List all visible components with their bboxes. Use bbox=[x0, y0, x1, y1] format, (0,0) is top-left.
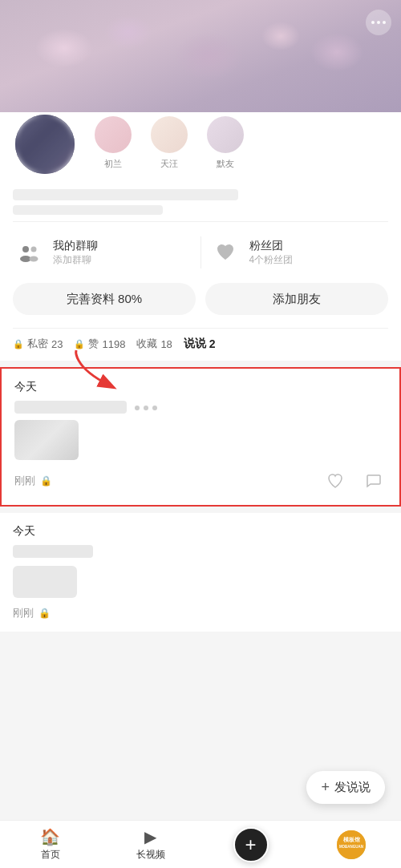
post-content-row-2 bbox=[13, 545, 388, 598]
stat-posts-value: 2 bbox=[209, 337, 216, 350]
user-avatar[interactable] bbox=[13, 112, 77, 176]
post-text-blurred bbox=[14, 401, 127, 414]
stat-favorites-value: 18 bbox=[160, 338, 172, 350]
stat-favorites[interactable]: 收藏 18 bbox=[136, 337, 183, 351]
post-card-normal: 今天 刚刚 🔒 bbox=[0, 513, 401, 632]
post-image-blurred bbox=[14, 420, 79, 460]
svg-text:MOBANGUAN: MOBANGUAN bbox=[338, 845, 363, 849]
red-arrow bbox=[64, 346, 136, 394]
section-divider bbox=[200, 236, 201, 268]
more-dots-icon bbox=[371, 21, 386, 24]
avatar-blur-overlay bbox=[15, 115, 75, 174]
fans-team-item[interactable]: 粉丝团 4个粉丝团 bbox=[209, 233, 389, 272]
avatar-friends-row: 初兰 天汪 默友 bbox=[13, 112, 388, 176]
post-text-blurred-2 bbox=[13, 545, 93, 558]
lock-icon: 🔒 bbox=[13, 339, 24, 349]
post-content-row bbox=[14, 401, 387, 460]
action-buttons-row: 完善资料 80% 添加朋友 bbox=[13, 283, 388, 328]
group-chat-text: 我的群聊 添加群聊 bbox=[53, 239, 98, 267]
svg-point-2 bbox=[31, 247, 37, 252]
group-chat-icon bbox=[13, 236, 45, 268]
post-lock-icon: 🔒 bbox=[40, 475, 52, 486]
svg-point-3 bbox=[30, 256, 38, 262]
banner-more-button[interactable] bbox=[366, 10, 391, 35]
nav-home[interactable]: 🏠 首页 bbox=[0, 827, 100, 862]
post-lock-icon-2: 🔒 bbox=[38, 608, 51, 619]
complete-profile-button[interactable]: 完善资料 80% bbox=[13, 283, 196, 315]
nav-logo[interactable]: 模板馆 MOBANGUAN bbox=[301, 830, 401, 859]
friend-name: 初兰 bbox=[104, 158, 122, 170]
nav-home-label: 首页 bbox=[41, 848, 60, 862]
add-button[interactable]: + bbox=[233, 827, 269, 862]
friend-avatar bbox=[149, 115, 189, 155]
fab-container: + 发说说 bbox=[306, 771, 385, 804]
post-time-2: 刚刚 bbox=[13, 606, 34, 620]
comment-button[interactable] bbox=[361, 468, 387, 494]
nav-long-video-label: 长视频 bbox=[136, 848, 165, 862]
friend-name: 天汪 bbox=[160, 158, 178, 170]
group-chat-sub: 添加群聊 bbox=[53, 253, 98, 267]
fans-team-count: 4个粉丝团 bbox=[249, 253, 294, 267]
content-area: 今天 刚刚 🔒 bbox=[0, 367, 401, 744]
fab-label: 发说说 bbox=[334, 780, 371, 795]
stat-posts-label: 说说 bbox=[184, 337, 206, 351]
friend-avatar bbox=[93, 115, 133, 155]
friends-list: 初兰 天汪 默友 bbox=[93, 115, 245, 176]
nav-add[interactable]: + bbox=[200, 827, 301, 862]
post-footer-2: 刚刚 🔒 bbox=[13, 606, 388, 620]
like-button[interactable] bbox=[322, 468, 348, 494]
friend-name: 默友 bbox=[217, 158, 234, 170]
group-fans-section: 我的群聊 添加群聊 粉丝团 4个粉丝团 bbox=[13, 221, 388, 283]
stat-favorites-label: 收藏 bbox=[136, 337, 157, 351]
profile-section: 初兰 天汪 默友 bbox=[0, 112, 401, 361]
friend-item[interactable]: 天汪 bbox=[149, 115, 189, 170]
video-icon: ▶ bbox=[144, 827, 156, 846]
friend-item[interactable]: 默友 bbox=[205, 115, 245, 170]
fans-team-text: 粉丝团 4个粉丝团 bbox=[249, 239, 294, 267]
friend-avatar bbox=[205, 115, 245, 155]
fab-plus-icon: + bbox=[321, 779, 330, 796]
post-date-2: 今天 bbox=[13, 524, 388, 539]
post-meta: 刚刚 🔒 bbox=[14, 474, 52, 488]
stat-private-label: 私密 bbox=[27, 337, 48, 351]
add-icon: + bbox=[245, 834, 256, 856]
nav-long-video[interactable]: ▶ 长视频 bbox=[100, 827, 200, 862]
post-image-placeholder bbox=[14, 420, 79, 460]
bio-blurred bbox=[13, 205, 163, 215]
username-area bbox=[13, 186, 388, 221]
post-card-highlighted: 今天 刚刚 🔒 bbox=[0, 367, 401, 507]
fans-icon bbox=[209, 236, 241, 268]
svg-text:模板馆: 模板馆 bbox=[342, 836, 359, 842]
post-image-blurred-2 bbox=[13, 566, 77, 598]
bottom-navigation: 🏠 首页 ▶ 长视频 + 模板馆 MOBANGUAN bbox=[0, 820, 401, 868]
svg-point-0 bbox=[22, 246, 29, 252]
group-chat-item[interactable]: 我的群聊 添加群聊 bbox=[13, 233, 192, 272]
post-meta-2: 刚刚 🔒 bbox=[13, 606, 51, 620]
username-blurred bbox=[13, 189, 238, 200]
fans-team-title: 粉丝团 bbox=[249, 239, 294, 253]
add-friend-button[interactable]: 添加朋友 bbox=[205, 283, 388, 315]
bottom-spacer bbox=[0, 632, 401, 744]
post-loading-dots bbox=[135, 404, 157, 410]
group-chat-title: 我的群聊 bbox=[53, 239, 98, 253]
post-time: 刚刚 bbox=[14, 474, 35, 488]
post-footer: 刚刚 🔒 bbox=[14, 468, 387, 494]
stat-private-value: 23 bbox=[51, 338, 63, 350]
stat-posts[interactable]: 说说 2 bbox=[184, 337, 227, 351]
home-icon: 🏠 bbox=[40, 827, 60, 846]
post-actions bbox=[322, 468, 387, 494]
friend-item[interactable]: 初兰 bbox=[93, 115, 133, 170]
mobanguan-logo: 模板馆 MOBANGUAN bbox=[337, 830, 366, 859]
post-status-button[interactable]: + 发说说 bbox=[306, 771, 385, 804]
